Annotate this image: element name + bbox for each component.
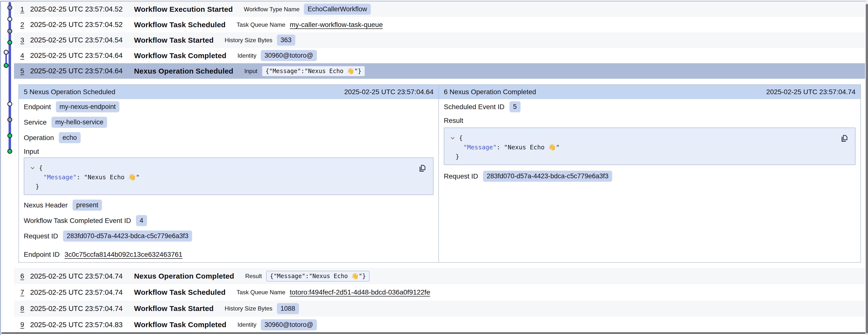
event-attr-label: History Size Bytes xyxy=(225,305,273,312)
event-timestamp: 2025-02-25 UTC 23:57:04.52 xyxy=(30,5,134,13)
task-queue-link[interactable]: totoro:f494fecf-2d51-4d48-bdcd-036a0f912… xyxy=(290,288,430,296)
event-id-link[interactable]: 4 xyxy=(20,52,26,60)
detail-column-nexus-operation-completed: 6 Nexus Operation Completed 2025-02-25 U… xyxy=(439,85,860,262)
event-id-link[interactable]: 1 xyxy=(20,5,26,13)
timeline-dot-event-4[interactable] xyxy=(7,40,12,45)
json-colon: : xyxy=(76,173,84,182)
endpoint-id-link[interactable]: 3c0c75ccfa8144b092c13ce632463761 xyxy=(64,251,182,258)
timeline-dot-event-10[interactable] xyxy=(7,149,12,154)
event-row-1[interactable]: 1 2025-02-25 UTC 23:57:04.52 Workflow Ex… xyxy=(14,1,865,17)
event-name: Workflow Task Completed xyxy=(134,320,226,329)
collapse-chevron-icon[interactable] xyxy=(450,135,456,141)
next-row-peek xyxy=(14,334,865,335)
event-payload-badge: {"Message":"Nexus Echo 👋"} xyxy=(262,66,365,77)
field-value-badge: echo xyxy=(59,132,81,143)
json-close-brace: } xyxy=(456,152,459,161)
detail-field-request-id: Request ID 283fd070-d57a-4423-bdca-c5c77… xyxy=(444,168,856,184)
timeline-dot-event-1[interactable] xyxy=(7,5,12,10)
event-timestamp: 2025-02-25 UTC 23:57:04.64 xyxy=(30,52,134,60)
detail-body: Endpoint my-nexus-endpoint Service my-he… xyxy=(19,99,438,262)
event-timestamp: 2025-02-25 UTC 23:57:04.64 xyxy=(30,67,134,75)
event-id-link[interactable]: 9 xyxy=(20,321,26,329)
timeline-dot-event-2[interactable] xyxy=(7,17,12,22)
timeline-dot-event-7[interactable] xyxy=(7,102,12,106)
detail-field-request-id: Request ID 283fd070-d57a-4423-bdca-c5c77… xyxy=(24,228,434,244)
event-attr-label: Identity xyxy=(238,321,256,328)
scrollbar-thumb[interactable] xyxy=(866,4,868,334)
event-id-link[interactable]: 7 xyxy=(20,288,26,296)
field-value-badge: 283fd070-d57a-4423-bdca-c5c779e6a3f3 xyxy=(483,171,612,182)
event-name: Workflow Task Scheduled xyxy=(134,288,226,297)
event-timestamp: 2025-02-25 UTC 23:57:04.74 xyxy=(30,305,134,313)
field-value-badge: my-nexus-endpoint xyxy=(56,101,120,112)
detail-header: 6 Nexus Operation Completed 2025-02-25 U… xyxy=(439,85,860,99)
event-row-3[interactable]: 3 2025-02-25 UTC 23:57:04.54 Workflow Ta… xyxy=(14,32,865,48)
event-row-6[interactable]: 6 2025-02-25 UTC 23:57:04.74 Nexus Opera… xyxy=(14,268,865,284)
collapse-chevron-icon[interactable] xyxy=(30,165,35,171)
timeline-dot-event-8[interactable] xyxy=(7,117,12,122)
timeline-dot-event-6[interactable] xyxy=(4,63,8,68)
timeline-dot-event-3[interactable] xyxy=(7,29,12,34)
json-key: "Message" xyxy=(43,173,76,182)
left-border xyxy=(0,1,1,335)
timeline-dot-event-9[interactable] xyxy=(7,133,12,138)
detail-field-nexus-header: Nexus Header present xyxy=(24,197,434,213)
event-id-link[interactable]: 6 xyxy=(20,272,26,280)
detail-body: Scheduled Event ID 5 Result { "Message":… xyxy=(439,99,860,262)
event-timestamp: 2025-02-25 UTC 23:57:04.52 xyxy=(30,21,134,29)
field-value-badge: present xyxy=(72,200,102,211)
copy-icon[interactable] xyxy=(839,133,849,144)
detail-title: 6 Nexus Operation Completed xyxy=(444,88,536,96)
timeline-dot-event-5[interactable] xyxy=(4,50,8,55)
event-attr-label: Task Queue Name xyxy=(237,289,285,296)
detail-field-operation: Operation echo xyxy=(24,130,434,145)
event-row-8[interactable]: 8 2025-02-25 UTC 23:57:04.74 Workflow Ta… xyxy=(14,301,865,316)
copy-icon[interactable] xyxy=(417,163,427,174)
event-id-link[interactable]: 8 xyxy=(20,305,26,312)
field-label: Service xyxy=(24,118,46,126)
field-label: Nexus Header xyxy=(24,201,68,209)
event-attr-label: Input xyxy=(244,68,257,75)
input-json-viewer: { "Message": "Nexus Echo 👋" } xyxy=(24,158,434,195)
event-attr-value-badge: 30960@totoro@ xyxy=(261,50,317,61)
event-timestamp: 2025-02-25 UTC 23:57:04.54 xyxy=(30,36,134,44)
json-value: "Nexus Echo 👋" xyxy=(84,173,140,182)
vertical-scrollbar[interactable] xyxy=(865,0,868,335)
timeline-main-line xyxy=(8,2,11,152)
detail-timestamp: 2025-02-25 UTC 23:57:04.74 xyxy=(766,88,856,96)
event-row-5-selected[interactable]: 5 2025-02-25 UTC 23:57:04.64 Nexus Opera… xyxy=(14,63,865,79)
field-label: Request ID xyxy=(24,232,58,240)
event-attr-value-badge: 1088 xyxy=(277,303,299,314)
field-label: Scheduled Event ID xyxy=(444,103,504,111)
field-label: Result xyxy=(444,117,463,124)
event-id-link[interactable]: 3 xyxy=(20,36,26,44)
field-value-badge: 4 xyxy=(136,215,147,226)
event-row-9[interactable]: 9 2025-02-25 UTC 23:57:04.83 Workflow Ta… xyxy=(14,316,865,333)
event-name: Workflow Task Completed xyxy=(134,52,226,60)
event-attr-label: Task Queue Name xyxy=(237,21,285,28)
json-colon: : xyxy=(496,143,504,152)
field-value-badge: 5 xyxy=(509,101,521,112)
task-queue-link[interactable]: my-caller-workflow-task-queue xyxy=(290,21,383,29)
event-name: Workflow Task Started xyxy=(134,36,214,45)
event-row-4[interactable]: 4 2025-02-25 UTC 23:57:04.64 Workflow Ta… xyxy=(14,48,865,63)
event-attr-label: Workflow Type Name xyxy=(244,6,300,13)
event-attr-value-badge: 30960@totoro@ xyxy=(261,319,317,330)
event-name: Nexus Operation Scheduled xyxy=(134,67,233,75)
event-attr-label: Result xyxy=(245,273,262,280)
event-row-7[interactable]: 7 2025-02-25 UTC 23:57:04.74 Workflow Ta… xyxy=(14,284,865,301)
event-history-list-top: 1 2025-02-25 UTC 23:57:04.52 Workflow Ex… xyxy=(14,1,865,79)
detail-field-result-label: Result xyxy=(444,114,856,127)
event-id-link[interactable]: 2 xyxy=(20,21,26,29)
detail-field-workflow-task-completed-event-id: Workflow Task Completed Event ID 4 xyxy=(24,213,434,228)
result-json-viewer: { "Message": "Nexus Echo 👋" } xyxy=(444,128,856,165)
json-key: "Message" xyxy=(463,143,496,152)
field-value-badge: my-hello-service xyxy=(52,117,107,128)
event-id-link[interactable]: 5 xyxy=(20,67,26,75)
event-payload-badge: {"Message":"Nexus Echo 👋"} xyxy=(266,271,369,282)
event-name: Workflow Task Started xyxy=(134,304,214,313)
event-attr-label: Identity xyxy=(238,52,256,59)
event-attr-value-badge: EchoCallerWorkflow xyxy=(304,4,371,15)
event-name: Nexus Operation Completed xyxy=(134,272,234,280)
event-row-2[interactable]: 2 2025-02-25 UTC 23:57:04.52 Workflow Ta… xyxy=(14,17,865,32)
